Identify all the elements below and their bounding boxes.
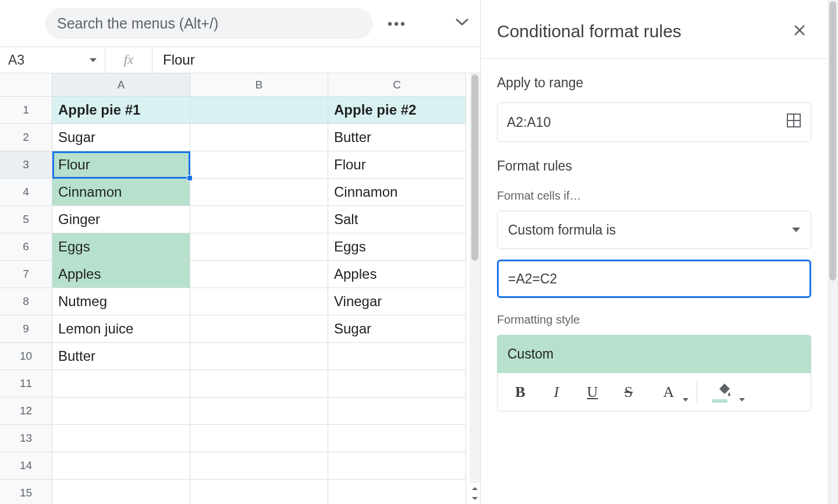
cell-C1[interactable]: Apple pie #2 [328,97,466,124]
cell-C8[interactable]: Vinegar [328,288,466,315]
cell-A4[interactable]: Cinnamon [52,179,190,206]
cell-C7[interactable]: Apples [328,261,466,288]
vertical-scrollbar[interactable] [470,73,480,504]
cell-C2[interactable]: Butter [328,124,466,151]
cell-A6[interactable]: Eggs [52,233,190,261]
cell-B9[interactable] [190,315,328,343]
cell-A15[interactable] [52,480,190,504]
row-header-10[interactable]: 10 [0,343,52,370]
cell-A14[interactable] [52,452,190,480]
row-header-13[interactable]: 13 [0,425,52,452]
cell-C13[interactable] [328,425,466,452]
cell-C5[interactable]: Salt [328,206,466,233]
row-header-4[interactable]: 4 [0,179,52,206]
cell-C6[interactable]: Eggs [328,233,466,261]
cell-B10[interactable] [190,343,328,370]
cell-B1[interactable] [190,97,328,124]
fill-color-button[interactable] [706,379,744,405]
close-panel-button[interactable] [788,20,811,43]
row-header-11[interactable]: 11 [0,370,52,397]
cell-C11[interactable] [328,370,466,397]
separator [697,382,697,403]
condition-select[interactable]: Custom formula is [497,211,811,249]
expand-toolbar-button[interactable] [449,9,476,37]
cell-B5[interactable] [190,206,328,233]
cell-B8[interactable] [190,288,328,315]
cell-A10[interactable]: Butter [52,343,190,370]
cell-B15[interactable] [190,480,328,504]
cell-A9[interactable]: Lemon juice [52,315,190,343]
select-all-corner[interactable] [0,73,52,97]
italic-button[interactable]: I [542,379,571,405]
cell-C14[interactable] [328,452,466,480]
cell-A11[interactable] [52,370,190,397]
name-formula-bar: A3 fx Flour [0,47,480,73]
cell-B7[interactable] [190,261,328,288]
formula-bar-input[interactable]: Flour [152,47,480,73]
scrollbar-track[interactable] [470,73,480,483]
cell-B2[interactable] [190,124,328,151]
scroll-down-button[interactable] [470,494,480,504]
cell-B6[interactable] [190,233,328,261]
row-header-2[interactable]: 2 [0,124,52,151]
cell-B12[interactable] [190,397,328,425]
cell-B14[interactable] [190,452,328,480]
name-box[interactable]: A3 [0,47,105,73]
scrollbar-thumb[interactable] [471,74,478,261]
cell-A1[interactable]: Apple pie #1 [52,97,190,124]
table-row: 9Lemon juiceSugar [0,315,470,343]
cell-C15[interactable] [328,480,466,504]
underline-button[interactable]: U [578,379,607,405]
grid-container: ABC 1Apple pie #1Apple pie #22SugarButte… [0,73,480,504]
bold-button[interactable]: B [506,379,535,405]
table-row: 13 [0,425,470,452]
menu-search-input[interactable]: Search the menus (Alt+/) [45,8,372,39]
cell-A12[interactable] [52,397,190,425]
more-menu-button[interactable] [383,9,410,37]
cell-C9[interactable]: Sugar [328,315,466,343]
style-preview[interactable]: Custom [497,335,811,373]
row-header-1[interactable]: 1 [0,97,52,124]
row-header-9[interactable]: 9 [0,315,52,343]
grid[interactable]: ABC 1Apple pie #1Apple pie #22SugarButte… [0,73,470,504]
condition-value: Custom formula is [508,222,616,238]
scrollbar-thumb[interactable] [829,1,836,281]
scroll-up-button[interactable] [470,483,480,494]
cell-B11[interactable] [190,370,328,397]
strikethrough-button[interactable]: S [614,379,643,405]
range-input[interactable]: A2:A10 [497,102,811,142]
row-header-7[interactable]: 7 [0,261,52,288]
fill-handle[interactable] [187,175,193,181]
cell-C12[interactable] [328,397,466,425]
chevron-down-icon [455,18,469,29]
cell-A3[interactable]: Flour [52,151,190,179]
row-header-15[interactable]: 15 [0,480,52,504]
row-header-3[interactable]: 3 [0,151,52,179]
select-range-icon[interactable] [786,113,801,132]
cell-A13[interactable] [52,425,190,452]
custom-formula-input[interactable]: =A2=C2 [497,260,811,298]
row-header-6[interactable]: 6 [0,233,52,261]
column-header-C[interactable]: C [328,73,466,97]
cell-A5[interactable]: Ginger [52,206,190,233]
cell-C4[interactable]: Cinnamon [328,179,466,206]
format-rules-label: Format rules [497,158,811,174]
fx-label: fx [105,47,152,73]
text-color-button[interactable]: A [650,379,687,405]
row-header-8[interactable]: 8 [0,288,52,315]
row-header-14[interactable]: 14 [0,452,52,480]
cell-B13[interactable] [190,425,328,452]
column-header-A[interactable]: A [52,73,190,97]
cell-A7[interactable]: Apples [52,261,190,288]
table-row: 5GingerSalt [0,206,470,233]
cell-A8[interactable]: Nutmeg [52,288,190,315]
panel-scrollbar[interactable] [828,0,838,504]
cell-A2[interactable]: Sugar [52,124,190,151]
cell-B3[interactable] [190,151,328,179]
cell-C3[interactable]: Flour [328,151,466,179]
cell-B4[interactable] [190,179,328,206]
column-header-B[interactable]: B [190,73,328,97]
row-header-12[interactable]: 12 [0,397,52,425]
cell-C10[interactable] [328,343,466,370]
row-header-5[interactable]: 5 [0,206,52,233]
